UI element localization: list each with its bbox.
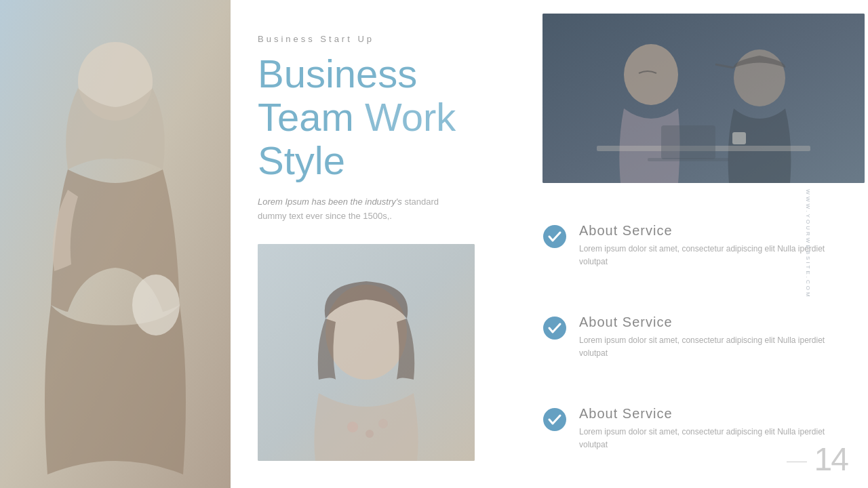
- service-item-3: About Service Lorem ipsum dolor sit amet…: [542, 403, 848, 455]
- svg-point-17: [543, 408, 566, 431]
- service-title-3: About Service: [579, 406, 848, 422]
- services-list: About Service Lorem ipsum dolor sit amet…: [542, 200, 848, 474]
- svg-rect-13: [661, 125, 715, 159]
- bottom-photo: [258, 244, 475, 461]
- service-text-2: About Service Lorem ipsum dolor sit amet…: [579, 314, 848, 360]
- svg-point-5: [347, 422, 358, 432]
- vertical-website-text: WWW.YOURWEBSITE.COM: [805, 189, 811, 298]
- svg-rect-14: [648, 158, 729, 161]
- svg-point-7: [378, 419, 388, 428]
- top-right-photo: [542, 14, 865, 183]
- title-line1: Business: [258, 52, 417, 96]
- decorative-line-bottom: [787, 462, 807, 462]
- service-desc-2: Lorem ipsum dolor sit amet, consectetur …: [579, 334, 848, 360]
- svg-point-16: [543, 317, 566, 340]
- check-icon-2: [542, 316, 567, 340]
- service-item-2: About Service Lorem ipsum dolor sit amet…: [542, 311, 848, 363]
- check-icon-1: [542, 224, 567, 249]
- subtitle: Business Start Up: [258, 34, 509, 44]
- description-italic: Lorem Ipsum has been the industry's: [258, 197, 402, 207]
- service-text-3: About Service Lorem ipsum dolor sit amet…: [579, 406, 848, 451]
- title-line2: Team Work: [258, 95, 456, 139]
- title-line3: Style: [258, 138, 345, 182]
- left-photo: [0, 0, 231, 488]
- check-icon-3: [542, 407, 567, 432]
- service-desc-3: Lorem ipsum dolor sit amet, consectetur …: [579, 426, 848, 451]
- title-word-work: Work: [365, 95, 456, 139]
- page-number: 14: [814, 441, 848, 478]
- slide: Business Start Up Business Team Work Sty…: [0, 0, 868, 488]
- description: Lorem Ipsum has been the industry's stan…: [258, 195, 448, 224]
- svg-point-6: [366, 430, 374, 438]
- svg-point-9: [624, 44, 678, 105]
- service-title-2: About Service: [579, 314, 848, 330]
- svg-point-2: [132, 274, 180, 336]
- service-item-1: About Service Lorem ipsum dolor sit amet…: [542, 220, 848, 272]
- center-content: Business Start Up Business Team Work Sty…: [231, 0, 536, 488]
- svg-point-15: [543, 225, 566, 248]
- right-content: About Service Lorem ipsum dolor sit amet…: [536, 0, 868, 488]
- svg-rect-12: [732, 132, 746, 144]
- title-word-team: Team: [258, 95, 365, 139]
- main-title: Business Team Work Style: [258, 52, 509, 182]
